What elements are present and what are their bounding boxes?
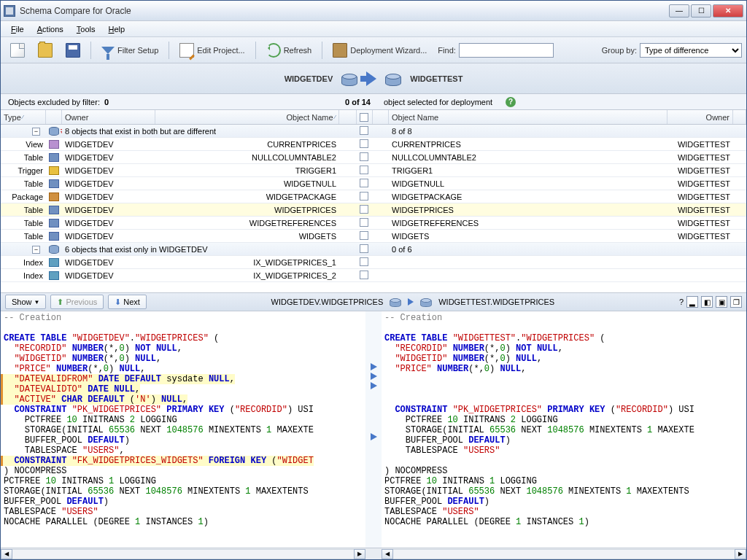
toolbar-separator bbox=[322, 42, 322, 59]
table-row[interactable]: IndexWIDGETDEVIX_WIDGETPRICES_2 bbox=[1, 269, 746, 282]
table-row[interactable]: ViewWIDGETDEVCURRENTPRICESCURRENTPRICESW… bbox=[1, 138, 746, 151]
status-line: Objects excluded by filter: 0 0 of 14 ob… bbox=[1, 94, 746, 110]
row-checkbox[interactable] bbox=[360, 218, 368, 227]
comparison-grid[interactable]: Type∕ Owner Object Name∕ Object Name Own… bbox=[1, 110, 746, 292]
collapse-icon[interactable]: − bbox=[32, 246, 40, 254]
toolbar-separator bbox=[255, 42, 256, 59]
database-icon bbox=[421, 297, 432, 307]
menu-actions[interactable]: Actions bbox=[31, 23, 69, 35]
col-owner-left[interactable]: Owner bbox=[62, 110, 155, 124]
row-checkbox[interactable] bbox=[360, 231, 368, 240]
find-input[interactable] bbox=[459, 43, 554, 58]
filter-icon bbox=[101, 47, 115, 54]
diff-left-label: WIDGETDEV.WIDGETPRICES bbox=[271, 298, 384, 306]
selected-label: object selected for deployment bbox=[384, 98, 492, 106]
new-button[interactable] bbox=[5, 41, 30, 60]
maximize-button[interactable]: ☐ bbox=[691, 4, 711, 18]
table-row[interactable]: IndexWIDGETDEVIX_WIDGETPRICES_1 bbox=[1, 256, 746, 269]
col-checkbox[interactable] bbox=[357, 110, 373, 124]
compare-header: WIDGETDEV WIDGETTEST bbox=[1, 63, 746, 94]
edit-icon bbox=[179, 43, 194, 58]
table-icon bbox=[49, 232, 59, 241]
row-checkbox[interactable] bbox=[360, 271, 368, 279]
window-title: Schema Compare for Oracle bbox=[20, 6, 669, 16]
scrollbar-right[interactable]: ◀▶ bbox=[382, 548, 746, 559]
table-row[interactable]: TableWIDGETDEVWIDGETREFERENCESWIDGETREFE… bbox=[1, 217, 746, 230]
menu-help[interactable]: Help bbox=[103, 23, 131, 35]
app-window: Schema Compare for Oracle — ☐ ✕ File Act… bbox=[0, 0, 747, 560]
table-icon bbox=[49, 219, 59, 228]
diff-arrow-icon[interactable] bbox=[371, 382, 377, 389]
row-checkbox[interactable] bbox=[360, 139, 368, 148]
row-checkbox[interactable] bbox=[360, 205, 368, 214]
row-checkbox[interactable] bbox=[360, 166, 368, 174]
group-both-different[interactable]: − ≠ 8 objects that exist in both but are… bbox=[1, 125, 746, 138]
diff-arrow-icon[interactable] bbox=[371, 433, 377, 440]
deployment-wizard-button[interactable]: Deployment Wizard... bbox=[328, 41, 432, 60]
titlebar[interactable]: Schema Compare for Oracle — ☐ ✕ bbox=[1, 1, 746, 21]
diff-panes: -- Creation CREATE TABLE "WIDGETDEV"."WI… bbox=[1, 311, 746, 548]
group-checkbox[interactable] bbox=[360, 244, 368, 253]
filter-setup-button[interactable]: Filter Setup bbox=[96, 41, 163, 60]
code-pane-right[interactable]: -- Creation CREATE TABLE "WIDGETTEST"."W… bbox=[382, 311, 746, 548]
open-button[interactable] bbox=[33, 41, 58, 60]
toolbar-separator bbox=[90, 42, 91, 59]
diff-arrow-icon[interactable] bbox=[371, 373, 377, 380]
source-schema-label: WIDGETDEV bbox=[285, 74, 333, 83]
toolbar-separator bbox=[169, 42, 169, 59]
close-button[interactable]: ✕ bbox=[713, 4, 743, 18]
pane-button[interactable]: ❐ bbox=[730, 296, 742, 308]
collapse-icon[interactable]: − bbox=[32, 128, 40, 136]
refresh-button[interactable]: Refresh bbox=[261, 41, 317, 60]
database-icon bbox=[341, 71, 357, 86]
row-checkbox[interactable] bbox=[360, 257, 368, 266]
col-objname-left[interactable]: Object Name∕ bbox=[155, 110, 339, 124]
col-owner-right[interactable]: Owner bbox=[667, 110, 733, 124]
minimize-button[interactable]: — bbox=[669, 4, 689, 18]
table-icon bbox=[49, 179, 59, 188]
refresh-icon bbox=[266, 43, 281, 58]
table-row[interactable]: TableWIDGETDEVNULLCOLUMNTABLE2NULLCOLUMN… bbox=[1, 151, 746, 164]
database-icon bbox=[390, 297, 401, 307]
diff-right-label: WIDGETTEST.WIDGETPRICES bbox=[438, 298, 554, 306]
table-row[interactable]: TableWIDGETDEVWIDGETNULLWIDGETNULLWIDGET… bbox=[1, 177, 746, 190]
row-checkbox[interactable] bbox=[360, 179, 368, 187]
table-row[interactable]: TableWIDGETDEVWIDGETPRICESWIDGETPRICESWI… bbox=[1, 203, 746, 217]
groupby-label: Group by: bbox=[602, 46, 637, 55]
app-icon bbox=[4, 5, 15, 17]
code-pane-left[interactable]: -- Creation CREATE TABLE "WIDGETDEV"."WI… bbox=[1, 311, 365, 548]
previous-button[interactable]: ⬆Previous bbox=[50, 295, 104, 309]
save-icon bbox=[66, 43, 80, 58]
pane-button[interactable]: ◧ bbox=[701, 296, 713, 308]
help-icon[interactable]: ? bbox=[506, 97, 516, 107]
menu-tools[interactable]: Tools bbox=[71, 23, 101, 35]
edit-project-button[interactable]: Edit Project... bbox=[174, 41, 249, 60]
show-button[interactable]: Show ▼ bbox=[5, 295, 46, 309]
help-icon[interactable]: ? bbox=[679, 298, 684, 306]
table-row[interactable]: PackageWIDGETDEVWIDGETPACKAGEWIDGETPACKA… bbox=[1, 190, 746, 203]
table-icon bbox=[49, 206, 59, 214]
menu-file[interactable]: File bbox=[5, 23, 30, 35]
next-button[interactable]: ⬇Next bbox=[108, 295, 147, 309]
group-checkbox[interactable] bbox=[360, 126, 368, 135]
package-icon bbox=[49, 192, 59, 201]
excluded-label: Objects excluded by filter: bbox=[8, 98, 100, 106]
scrollbar-left[interactable]: ◀▶ bbox=[1, 548, 365, 559]
excluded-count: 0 bbox=[104, 98, 109, 106]
view-icon bbox=[49, 140, 59, 149]
groupby-select[interactable]: Type of difference bbox=[640, 43, 742, 58]
pane-button[interactable]: ▂ bbox=[686, 296, 698, 308]
table-row[interactable]: TriggerWIDGETDEVTRIGGER1TRIGGER1WIDGETTE… bbox=[1, 164, 746, 177]
row-checkbox[interactable] bbox=[360, 152, 368, 161]
database-icon bbox=[49, 127, 59, 136]
diff-arrow-icon[interactable] bbox=[371, 363, 377, 370]
save-button[interactable] bbox=[61, 41, 85, 60]
group-only-left[interactable]: − 6 objects that exist only in WIDGETDEV… bbox=[1, 243, 746, 256]
col-objname-right[interactable]: Object Name bbox=[389, 110, 667, 124]
table-row[interactable]: TableWIDGETDEVWIDGETSWIDGETSWIDGETTEST bbox=[1, 230, 746, 243]
col-type[interactable]: Type∕ bbox=[1, 110, 46, 124]
wizard-icon bbox=[333, 43, 347, 58]
toolbar: Filter Setup Edit Project... Refresh Dep… bbox=[1, 37, 746, 63]
pane-button[interactable]: ▣ bbox=[716, 296, 727, 308]
row-checkbox[interactable] bbox=[360, 192, 368, 201]
